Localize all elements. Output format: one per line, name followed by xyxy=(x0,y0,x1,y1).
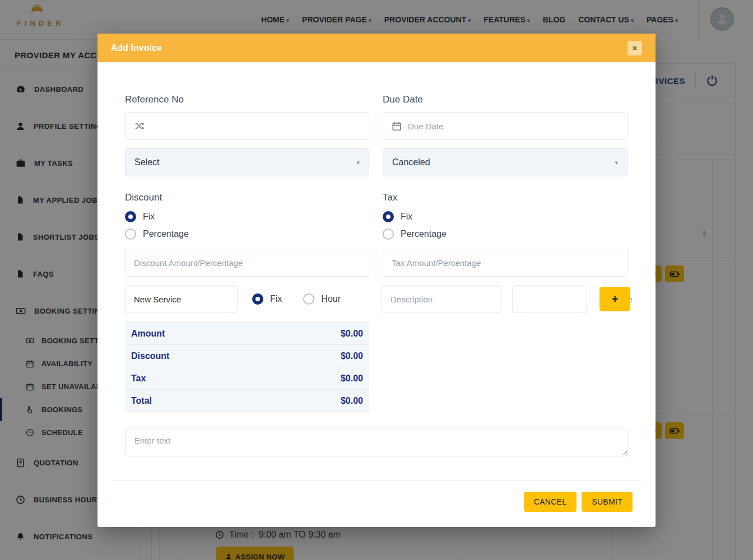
service-description-field xyxy=(382,285,501,313)
service-fix-radio[interactable] xyxy=(252,293,263,305)
due-date-field xyxy=(383,112,628,140)
close-icon[interactable]: × xyxy=(628,41,642,55)
submit-button[interactable]: SUBMIT xyxy=(582,492,633,512)
calendar-icon xyxy=(392,121,402,131)
totals-row-tax: Tax $0.00 xyxy=(125,367,369,390)
discount-percentage-radio[interactable]: Percentage xyxy=(125,228,369,240)
chevron-down-icon: ▾ xyxy=(615,159,618,166)
invoice-type-select[interactable]: Select ▾ xyxy=(125,148,369,176)
radio-selected-icon xyxy=(125,211,136,222)
status-select[interactable]: Canceled ▾ xyxy=(383,148,628,176)
reference-no-field xyxy=(125,112,369,140)
radio-icon xyxy=(383,228,394,240)
discount-amount-input[interactable] xyxy=(134,258,360,268)
chevron-down-icon: ▾ xyxy=(356,159,360,166)
shuffle-icon[interactable] xyxy=(134,121,145,131)
totals-table: Amount $0.00 Discount $0.00 Tax $0.00 To… xyxy=(125,322,369,412)
modal-footer: CANCEL SUBMIT xyxy=(97,481,656,512)
totals-row-amount: Amount $0.00 xyxy=(125,323,369,345)
add-invoice-modal: Add Invoice × Reference No Select ▾ xyxy=(97,34,656,527)
tax-amount-field xyxy=(383,249,628,277)
modal-header: Add Invoice × xyxy=(97,34,656,62)
select-value: Canceled xyxy=(392,157,430,167)
service-hour-radio[interactable] xyxy=(303,293,314,305)
tax-fix-radio[interactable]: Fix xyxy=(383,211,628,222)
totals-row-total: Total $0.00 xyxy=(125,390,369,412)
reference-no-input[interactable] xyxy=(151,122,360,131)
totals-row-discount: Discount $0.00 xyxy=(125,345,369,367)
notes-textarea[interactable] xyxy=(125,428,628,456)
discount-amount-field xyxy=(125,249,369,277)
tax-label: Tax xyxy=(383,192,628,203)
due-date-input[interactable] xyxy=(408,122,619,131)
modal-title: Add Invoice xyxy=(111,43,162,53)
radio-icon xyxy=(125,228,136,240)
add-service-button[interactable]: + xyxy=(599,287,630,311)
service-description-input[interactable] xyxy=(391,295,502,304)
tax-amount-input[interactable] xyxy=(392,258,619,268)
service-name-input[interactable] xyxy=(134,295,245,304)
tax-percentage-radio[interactable]: Percentage xyxy=(383,228,628,240)
discount-label: Discount xyxy=(125,192,369,203)
service-row: Fix Hour + xyxy=(125,285,628,313)
due-date-label: Due Date xyxy=(383,94,628,105)
page: FINDER HOME▾ PROVIDER PAGE▾ PROVIDER ACC… xyxy=(0,0,753,560)
reference-no-label: Reference No xyxy=(125,94,369,105)
radio-selected-icon xyxy=(383,211,394,222)
select-value: Select xyxy=(134,157,159,167)
service-price-field xyxy=(512,285,587,313)
discount-fix-radio[interactable]: Fix xyxy=(125,211,369,222)
service-name-field xyxy=(125,285,238,313)
cancel-button[interactable]: CANCEL xyxy=(524,492,577,512)
modal-body: Reference No Select ▾ Due Date xyxy=(97,62,656,459)
